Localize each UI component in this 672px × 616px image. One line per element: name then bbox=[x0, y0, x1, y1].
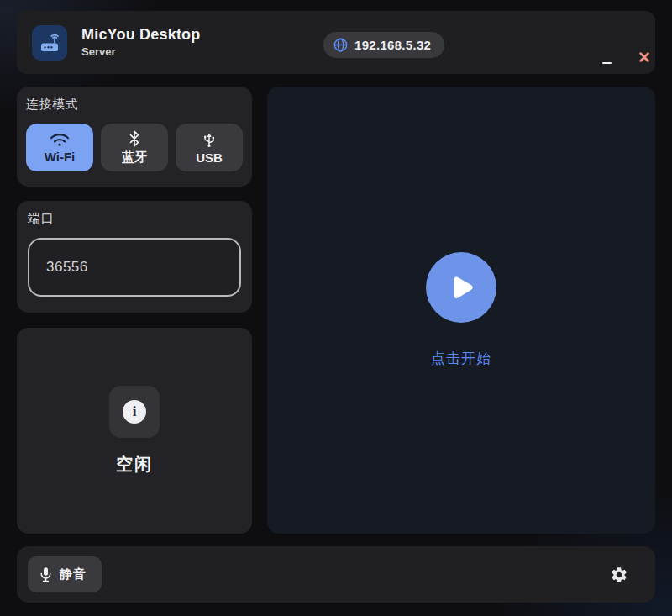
connection-mode-title: 连接模式 bbox=[26, 97, 243, 113]
settings-button[interactable] bbox=[600, 555, 638, 594]
mute-button[interactable]: 静音 bbox=[28, 556, 102, 592]
status-icon-box: i bbox=[109, 386, 160, 438]
main-stage: 点击开始 bbox=[267, 87, 655, 534]
status-card: i 空闲 bbox=[17, 328, 252, 534]
app-title: MicYou Desktop bbox=[81, 26, 200, 44]
close-icon: ✕ bbox=[638, 48, 651, 67]
close-button[interactable]: ✕ bbox=[633, 45, 656, 69]
gear-icon bbox=[610, 566, 628, 584]
bluetooth-icon bbox=[129, 130, 140, 147]
mode-button-wifi[interactable]: Wi-Fi bbox=[26, 124, 93, 171]
app-logo bbox=[32, 25, 67, 61]
title-bar: MicYou Desktop Server 192.168.5.32 ✕ bbox=[17, 11, 655, 74]
app-subtitle: Server bbox=[81, 46, 200, 59]
info-icon: i bbox=[123, 400, 146, 424]
port-input[interactable] bbox=[28, 238, 241, 297]
info-glyph: i bbox=[133, 403, 137, 420]
connection-mode-buttons: Wi-Fi 蓝牙 USB bbox=[26, 124, 243, 171]
wifi-icon bbox=[49, 132, 71, 147]
globe-icon bbox=[333, 38, 348, 52]
port-card: 端口 bbox=[17, 201, 252, 313]
usb-icon bbox=[202, 131, 216, 148]
ip-address-badge[interactable]: 192.168.5.32 bbox=[323, 32, 444, 58]
ip-address-text: 192.168.5.32 bbox=[354, 38, 431, 52]
start-button[interactable] bbox=[426, 252, 496, 323]
microphone-icon bbox=[39, 566, 52, 583]
mode-label-usb: USB bbox=[196, 150, 223, 165]
minimize-icon bbox=[602, 62, 612, 64]
mode-button-usb[interactable]: USB bbox=[176, 124, 243, 171]
mode-label-bluetooth: 蓝牙 bbox=[122, 150, 147, 166]
bottom-toolbar: 静音 bbox=[17, 546, 655, 603]
start-hint-label: 点击开始 bbox=[431, 349, 491, 368]
port-title: 端口 bbox=[28, 211, 241, 227]
router-icon bbox=[38, 31, 61, 55]
mode-label-wifi: Wi-Fi bbox=[45, 150, 76, 164]
mute-label: 静音 bbox=[60, 566, 87, 582]
mode-button-bluetooth[interactable]: 蓝牙 bbox=[101, 124, 168, 171]
connection-mode-card: 连接模式 Wi-Fi 蓝牙 bbox=[17, 87, 252, 187]
minimize-button[interactable] bbox=[595, 46, 618, 70]
status-label: 空闲 bbox=[116, 453, 153, 476]
play-icon bbox=[449, 274, 474, 301]
